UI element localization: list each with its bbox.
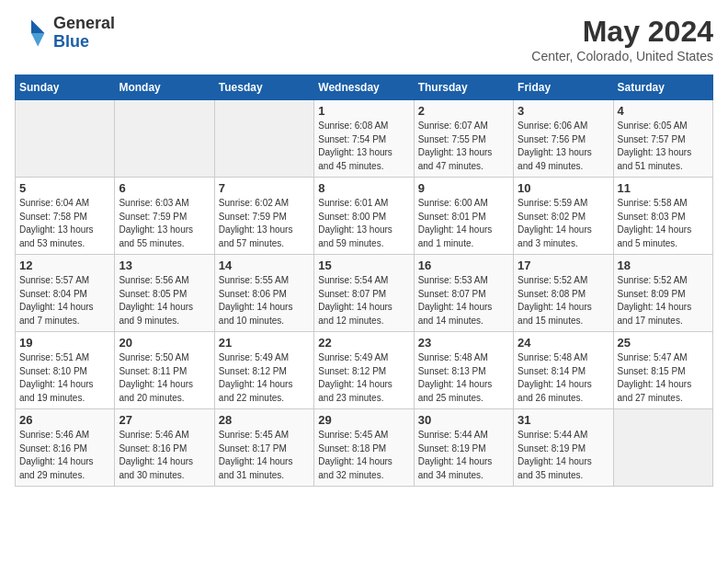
day-number: 4 xyxy=(618,104,709,118)
day-info: Sunrise: 6:04 AM Sunset: 7:58 PM Dayligh… xyxy=(19,197,110,250)
svg-marker-0 xyxy=(31,19,44,32)
day-number: 31 xyxy=(518,413,609,427)
day-number: 23 xyxy=(418,336,509,350)
day-info: Sunrise: 5:48 AM Sunset: 8:13 PM Dayligh… xyxy=(418,351,509,405)
day-cell: 28Sunrise: 5:45 AM Sunset: 8:17 PM Dayli… xyxy=(214,409,313,487)
day-cell: 26Sunrise: 5:46 AM Sunset: 8:16 PM Dayli… xyxy=(16,409,115,487)
calendar-table: SundayMondayTuesdayWednesdayThursdayFrid… xyxy=(15,75,713,487)
day-info: Sunrise: 5:52 AM Sunset: 8:08 PM Dayligh… xyxy=(518,274,609,327)
day-cell xyxy=(613,409,712,487)
day-cell: 16Sunrise: 5:53 AM Sunset: 8:07 PM Dayli… xyxy=(414,255,513,332)
day-number: 1 xyxy=(318,104,409,118)
day-info: Sunrise: 5:48 AM Sunset: 8:14 PM Dayligh… xyxy=(518,351,609,405)
day-number: 20 xyxy=(119,336,210,350)
day-cell xyxy=(115,100,214,178)
day-number: 18 xyxy=(618,259,709,272)
day-number: 6 xyxy=(119,181,210,195)
day-number: 25 xyxy=(618,336,709,350)
logo: General Blue xyxy=(15,15,115,52)
week-row-2: 5Sunrise: 6:04 AM Sunset: 7:58 PM Daylig… xyxy=(16,178,713,255)
day-number: 12 xyxy=(19,259,110,272)
week-row-5: 26Sunrise: 5:46 AM Sunset: 8:16 PM Dayli… xyxy=(16,409,713,487)
day-header-saturday: Saturday xyxy=(613,75,712,100)
day-header-sunday: Sunday xyxy=(16,75,115,100)
day-info: Sunrise: 5:44 AM Sunset: 8:19 PM Dayligh… xyxy=(418,429,509,482)
day-number: 3 xyxy=(518,104,609,118)
logo-icon xyxy=(15,17,48,50)
day-cell: 14Sunrise: 5:55 AM Sunset: 8:06 PM Dayli… xyxy=(214,255,313,332)
day-info: Sunrise: 5:58 AM Sunset: 8:03 PM Dayligh… xyxy=(618,197,709,250)
day-number: 11 xyxy=(618,181,709,195)
day-cell: 6Sunrise: 6:03 AM Sunset: 7:59 PM Daylig… xyxy=(115,178,214,255)
day-number: 19 xyxy=(19,336,110,350)
day-info: Sunrise: 6:05 AM Sunset: 7:57 PM Dayligh… xyxy=(618,120,709,173)
day-cell: 9Sunrise: 6:00 AM Sunset: 8:01 PM Daylig… xyxy=(414,178,513,255)
day-number: 8 xyxy=(318,181,409,195)
day-cell xyxy=(16,100,115,178)
day-cell: 5Sunrise: 6:04 AM Sunset: 7:58 PM Daylig… xyxy=(16,178,115,255)
day-header-friday: Friday xyxy=(514,75,613,100)
week-row-1: 1Sunrise: 6:08 AM Sunset: 7:54 PM Daylig… xyxy=(16,100,713,178)
day-number: 7 xyxy=(219,181,310,195)
day-cell: 25Sunrise: 5:47 AM Sunset: 8:15 PM Dayli… xyxy=(613,332,712,409)
day-cell: 29Sunrise: 5:45 AM Sunset: 8:18 PM Dayli… xyxy=(314,409,414,487)
day-header-thursday: Thursday xyxy=(414,75,513,100)
day-info: Sunrise: 5:50 AM Sunset: 8:11 PM Dayligh… xyxy=(119,351,210,405)
day-info: Sunrise: 5:53 AM Sunset: 8:07 PM Dayligh… xyxy=(418,274,509,327)
header-row: SundayMondayTuesdayWednesdayThursdayFrid… xyxy=(16,75,713,100)
day-header-tuesday: Tuesday xyxy=(214,75,313,100)
day-cell: 30Sunrise: 5:44 AM Sunset: 8:19 PM Dayli… xyxy=(414,409,513,487)
day-cell: 3Sunrise: 6:06 AM Sunset: 7:56 PM Daylig… xyxy=(514,100,613,178)
day-info: Sunrise: 5:49 AM Sunset: 8:12 PM Dayligh… xyxy=(318,351,409,405)
day-info: Sunrise: 5:45 AM Sunset: 8:17 PM Dayligh… xyxy=(219,429,310,482)
day-cell: 22Sunrise: 5:49 AM Sunset: 8:12 PM Dayli… xyxy=(314,332,414,409)
day-cell: 10Sunrise: 5:59 AM Sunset: 8:02 PM Dayli… xyxy=(514,178,613,255)
day-cell: 12Sunrise: 5:57 AM Sunset: 8:04 PM Dayli… xyxy=(16,255,115,332)
day-number: 28 xyxy=(219,413,310,427)
day-info: Sunrise: 6:08 AM Sunset: 7:54 PM Dayligh… xyxy=(318,120,409,173)
day-number: 13 xyxy=(119,259,210,272)
svg-marker-1 xyxy=(31,33,44,46)
day-number: 2 xyxy=(418,104,509,118)
day-info: Sunrise: 6:06 AM Sunset: 7:56 PM Dayligh… xyxy=(518,120,609,173)
day-info: Sunrise: 5:49 AM Sunset: 8:12 PM Dayligh… xyxy=(219,351,310,405)
day-number: 21 xyxy=(219,336,310,350)
logo-text: General Blue xyxy=(53,15,115,52)
day-info: Sunrise: 6:07 AM Sunset: 7:55 PM Dayligh… xyxy=(418,120,509,173)
day-info: Sunrise: 5:57 AM Sunset: 8:04 PM Dayligh… xyxy=(19,274,110,327)
day-cell: 18Sunrise: 5:52 AM Sunset: 8:09 PM Dayli… xyxy=(613,255,712,332)
week-row-3: 12Sunrise: 5:57 AM Sunset: 8:04 PM Dayli… xyxy=(16,255,713,332)
day-cell: 21Sunrise: 5:49 AM Sunset: 8:12 PM Dayli… xyxy=(214,332,313,409)
day-number: 10 xyxy=(518,181,609,195)
day-cell: 27Sunrise: 5:46 AM Sunset: 8:16 PM Dayli… xyxy=(115,409,214,487)
day-cell: 15Sunrise: 5:54 AM Sunset: 8:07 PM Dayli… xyxy=(314,255,414,332)
page-header: General Blue May 2024 Center, Colorado, … xyxy=(15,15,713,63)
day-number: 27 xyxy=(119,413,210,427)
day-number: 22 xyxy=(318,336,409,350)
location: Center, Colorado, United States xyxy=(531,49,713,63)
day-info: Sunrise: 5:51 AM Sunset: 8:10 PM Dayligh… xyxy=(19,351,110,405)
day-info: Sunrise: 5:47 AM Sunset: 8:15 PM Dayligh… xyxy=(618,351,709,405)
day-cell: 20Sunrise: 5:50 AM Sunset: 8:11 PM Dayli… xyxy=(115,332,214,409)
day-info: Sunrise: 5:46 AM Sunset: 8:16 PM Dayligh… xyxy=(119,429,210,482)
logo-blue: Blue xyxy=(53,32,89,51)
month-title: May 2024 xyxy=(531,15,713,49)
day-cell: 23Sunrise: 5:48 AM Sunset: 8:13 PM Dayli… xyxy=(414,332,513,409)
day-cell: 31Sunrise: 5:44 AM Sunset: 8:19 PM Dayli… xyxy=(514,409,613,487)
day-info: Sunrise: 6:00 AM Sunset: 8:01 PM Dayligh… xyxy=(418,197,509,250)
day-info: Sunrise: 5:45 AM Sunset: 8:18 PM Dayligh… xyxy=(318,429,409,482)
day-number: 30 xyxy=(418,413,509,427)
day-cell: 17Sunrise: 5:52 AM Sunset: 8:08 PM Dayli… xyxy=(514,255,613,332)
day-number: 14 xyxy=(219,259,310,272)
day-info: Sunrise: 5:52 AM Sunset: 8:09 PM Dayligh… xyxy=(618,274,709,327)
day-cell: 13Sunrise: 5:56 AM Sunset: 8:05 PM Dayli… xyxy=(115,255,214,332)
day-number: 17 xyxy=(518,259,609,272)
day-header-wednesday: Wednesday xyxy=(314,75,414,100)
day-info: Sunrise: 5:54 AM Sunset: 8:07 PM Dayligh… xyxy=(318,274,409,327)
title-block: May 2024 Center, Colorado, United States xyxy=(531,15,713,63)
day-cell: 7Sunrise: 6:02 AM Sunset: 7:59 PM Daylig… xyxy=(214,178,313,255)
day-number: 24 xyxy=(518,336,609,350)
day-cell: 11Sunrise: 5:58 AM Sunset: 8:03 PM Dayli… xyxy=(613,178,712,255)
day-cell: 4Sunrise: 6:05 AM Sunset: 7:57 PM Daylig… xyxy=(613,100,712,178)
day-number: 16 xyxy=(418,259,509,272)
